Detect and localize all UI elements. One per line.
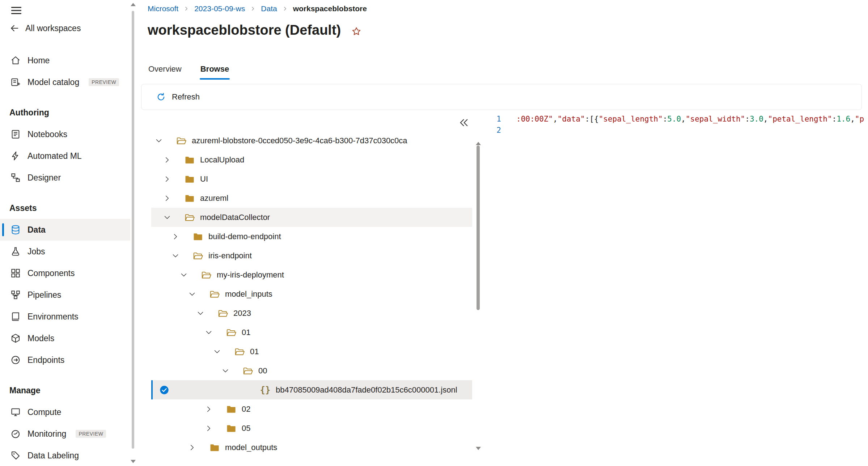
chevron-down-icon[interactable] (179, 270, 195, 280)
preview-badge: PREVIEW (89, 78, 119, 86)
refresh-label: Refresh (172, 92, 200, 102)
tree-row-ui[interactable]: UI (151, 169, 472, 188)
main-content: Microsoft2023-05-09-wsDataworkspaceblobs… (136, 0, 868, 466)
code-text (501, 125, 516, 136)
all-workspaces-link[interactable]: All workspaces (9, 23, 81, 33)
chevron-down-icon[interactable] (171, 250, 187, 261)
chevron-down-icon[interactable] (221, 365, 237, 376)
sidebar-section-authoring: Authoring (0, 102, 130, 123)
folder-icon (184, 174, 195, 185)
chevron-down-icon[interactable] (187, 289, 203, 300)
sidebar-item-data-labeling[interactable]: Data Labeling (0, 445, 130, 466)
tree-scrollbar[interactable] (475, 139, 481, 453)
folder-icon (226, 423, 237, 434)
tree-row-azureml-blobstore-0cced050-3e9c-4ca6-b300-7d37c030c0ca[interactable]: azureml-blobstore-0cced050-3e9c-4ca6-b30… (151, 131, 472, 150)
scroll-up-arrow-icon[interactable] (476, 142, 481, 145)
line-number: 1 (483, 114, 501, 125)
chevron-right-icon[interactable] (162, 193, 178, 204)
sidebar-item-label: Monitoring (27, 429, 66, 439)
back-arrow-icon (9, 23, 20, 33)
chevron-down-icon[interactable] (162, 212, 178, 223)
sidebar-scrollbar-thumb[interactable] (132, 11, 134, 449)
sidebar-item-jobs[interactable]: Jobs (0, 241, 130, 262)
tree-row-modeldatacollector[interactable]: modelDataCollector (151, 208, 472, 227)
breadcrumb-item-workspaceblobstore: workspaceblobstore (293, 4, 367, 13)
sidebar-item-environments[interactable]: Environments (0, 306, 130, 327)
tree-row-label: 05 (242, 424, 250, 433)
tree-row-model-inputs[interactable]: model_inputs (151, 284, 472, 304)
tab-overview[interactable]: Overview (148, 60, 182, 80)
sidebar-section-manage: Manage (0, 380, 130, 401)
tree-row-my-iris-deployment[interactable]: my-iris-deployment (151, 265, 472, 284)
tree-row-label: 2023 (233, 309, 251, 318)
folder-open-icon (226, 327, 237, 338)
sidebar-item-automated-ml[interactable]: Automated ML (0, 145, 130, 167)
chevron-down-icon[interactable] (204, 327, 220, 338)
collapse-panel-icon[interactable] (458, 116, 470, 129)
sidebar-item-label: Compute (27, 407, 61, 417)
pipelines-icon (10, 289, 21, 300)
chevron-right-icon[interactable] (204, 423, 220, 434)
sidebar-item-label: Automated ML (27, 151, 82, 161)
chevron-right-icon[interactable] (162, 154, 178, 165)
sidebar-item-pipelines[interactable]: Pipelines (0, 284, 130, 306)
refresh-button[interactable]: Refresh (156, 92, 200, 102)
hamburger-menu-icon[interactable] (10, 4, 22, 17)
tree-row-label: build-demo-endpoint (208, 232, 281, 241)
tree-row-01[interactable]: 01 (151, 323, 472, 342)
folder-open-icon (176, 135, 187, 146)
chevron-right-icon[interactable] (187, 442, 203, 453)
sidebar-item-model-catalog[interactable]: Model catalogPREVIEW (0, 71, 130, 93)
breadcrumb-item-2023-05-09-ws[interactable]: 2023-05-09-ws (194, 4, 245, 13)
sidebar-item-endpoints[interactable]: Endpoints (0, 349, 130, 371)
tree-row-02[interactable]: 02 (151, 399, 472, 419)
folder-open-icon (234, 346, 245, 357)
scroll-up-arrow-icon[interactable] (131, 3, 136, 6)
tree-row-2023[interactable]: 2023 (151, 304, 472, 323)
sidebar-item-notebooks[interactable]: Notebooks (0, 123, 130, 145)
chevron-down-icon[interactable] (154, 135, 170, 146)
chevron-down-icon[interactable] (196, 308, 212, 319)
sidebar-scrollbar[interactable] (130, 0, 136, 466)
sidebar-item-monitoring[interactable]: MonitoringPREVIEW (0, 423, 130, 445)
tab-browse[interactable]: Browse (200, 60, 230, 80)
tree-row-label: azureml (200, 194, 228, 203)
page-title: workspaceblobstore (Default) (148, 22, 341, 38)
favorite-star-icon[interactable] (351, 26, 362, 37)
sidebar-item-home[interactable]: Home (0, 50, 130, 71)
file-tree-pane: azureml-blobstore-0cced050-3e9c-4ca6-b30… (136, 111, 483, 466)
tree-row-build-demo-endpoint[interactable]: build-demo-endpoint (151, 227, 472, 246)
tree-row-azureml[interactable]: azureml (151, 188, 472, 208)
tree-row-bb47085009ad408da7fade0f02b15c6c000001-jsonl[interactable]: {}bb47085009ad408da7fade0f02b15c6c000001… (151, 380, 472, 399)
folder-icon (226, 404, 237, 415)
tree-row-00[interactable]: 00 (151, 361, 472, 380)
tree-row-label: modelDataCollector (200, 213, 270, 222)
chevron-right-icon[interactable] (204, 404, 220, 415)
tree-row-label: 01 (250, 347, 259, 356)
chevron-down-icon[interactable] (212, 346, 228, 357)
tree-row-iris-endpoint[interactable]: iris-endpoint (151, 246, 472, 265)
sidebar-item-designer[interactable]: Designer (0, 167, 130, 188)
sidebar-section-assets: Assets (0, 197, 130, 219)
chevron-right-icon[interactable] (171, 231, 187, 242)
components-icon (10, 268, 21, 279)
sidebar-item-compute[interactable]: Compute (0, 401, 130, 423)
sidebar-item-data[interactable]: Data (0, 219, 130, 241)
folder-icon (184, 193, 195, 204)
tree-row-model-outputs[interactable]: model_outputs (151, 438, 472, 457)
tree-row-01[interactable]: 01 (151, 342, 472, 361)
tree-row-label: 00 (258, 366, 267, 376)
breadcrumb-item-microsoft[interactable]: Microsoft (148, 4, 178, 13)
chevron-right-icon[interactable] (162, 174, 178, 185)
sidebar-item-models[interactable]: Models (0, 327, 130, 349)
browse-split-view: azureml-blobstore-0cced050-3e9c-4ca6-b30… (136, 111, 868, 466)
folder-icon (192, 231, 203, 242)
scroll-down-arrow-icon[interactable] (476, 447, 481, 450)
scroll-down-arrow-icon[interactable] (131, 460, 136, 463)
tree-row-localupload[interactable]: LocalUpload (151, 150, 472, 169)
sidebar-item-components[interactable]: Components (0, 262, 130, 284)
tree-row-05[interactable]: 05 (151, 419, 472, 438)
tree-scrollbar-thumb[interactable] (477, 145, 480, 310)
monitoring-icon (10, 428, 21, 439)
breadcrumb-item-data[interactable]: Data (261, 4, 277, 13)
